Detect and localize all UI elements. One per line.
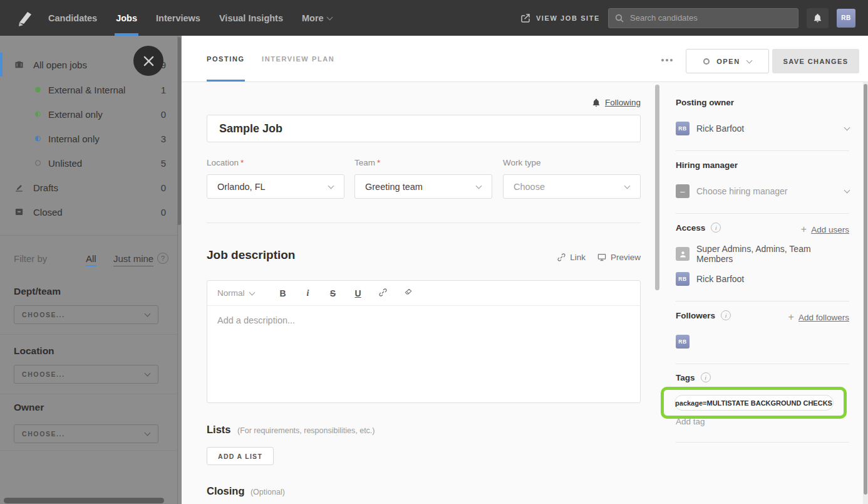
add-a-list-button[interactable]: ADD A LIST xyxy=(207,447,274,465)
nav-right-cluster: VIEW JOB SITE RB xyxy=(520,0,855,36)
close-sidebar-button[interactable] xyxy=(133,46,163,76)
nav-item-jobs[interactable]: Jobs xyxy=(106,0,147,36)
app-window: Candidates Jobs Interviews Visual Insigh… xyxy=(0,0,868,504)
dept-team-label: Dept/team xyxy=(14,286,61,297)
filter-just-mine-toggle[interactable]: Just mine xyxy=(113,253,153,266)
avatar[interactable]: RB xyxy=(676,335,690,349)
paragraph-style-select[interactable]: Normal xyxy=(217,288,254,298)
follower-avatar-row: RB xyxy=(676,334,849,349)
description-textarea[interactable]: Add a description... xyxy=(207,306,640,402)
closing-heading: Closing (Optional) xyxy=(207,485,285,497)
required-asterisk: * xyxy=(240,158,244,167)
required-asterisk: * xyxy=(377,158,380,167)
help-icon[interactable]: ? xyxy=(157,253,168,264)
search-box xyxy=(608,8,798,28)
strikethrough-button[interactable]: S xyxy=(321,288,346,298)
chevron-down-icon xyxy=(844,187,850,194)
tab-posting[interactable]: POSTING xyxy=(207,36,245,81)
italic-button[interactable]: i xyxy=(296,288,321,298)
sidebar-item-unlisted[interactable]: Unlisted 5 xyxy=(0,151,177,175)
info-icon[interactable]: i xyxy=(701,372,711,382)
sidebar-item-drafts[interactable]: Drafts 0 xyxy=(0,176,177,199)
tab-interview-plan[interactable]: INTERVIEW PLAN xyxy=(262,36,334,81)
sidebar-horizontal-scrollbar[interactable] xyxy=(4,498,164,503)
insert-link-button[interactable] xyxy=(371,288,396,299)
posting-owner-select[interactable]: RB Rick Barfoot xyxy=(676,121,849,136)
status-dropdown-button[interactable]: OPEN xyxy=(686,49,769,73)
posting-form: Following Location* Team* Work type Orla… xyxy=(182,82,653,504)
editor-toolbar: Normal B i S U xyxy=(207,281,640,306)
main-scrollbar-track xyxy=(653,82,662,504)
nav-item-candidates[interactable]: Candidates xyxy=(39,0,106,36)
team-select[interactable]: Greeting team xyxy=(354,174,492,199)
clear-formatting-button[interactable] xyxy=(396,288,421,298)
info-icon[interactable]: i xyxy=(721,310,731,320)
search-input[interactable] xyxy=(608,8,798,28)
nav-item-visual-insights[interactable]: Visual Insights xyxy=(210,0,292,36)
filter-all-toggle[interactable]: All xyxy=(86,253,96,266)
divider xyxy=(676,301,849,302)
following-toggle[interactable]: Following xyxy=(592,98,641,107)
person-icon xyxy=(679,250,687,258)
monitor-icon xyxy=(597,253,607,262)
chain-link-icon xyxy=(557,253,566,262)
filter-by-row: Filter by All Just mine ? xyxy=(0,251,177,268)
nav-item-interviews[interactable]: Interviews xyxy=(147,0,210,36)
lever-logo-icon[interactable] xyxy=(14,8,34,28)
sidebar-item-external-internal[interactable]: External & Internal 1 xyxy=(0,78,177,102)
notifications-button[interactable] xyxy=(807,8,829,28)
more-options-icon[interactable] xyxy=(661,57,678,63)
status-ring-icon xyxy=(703,58,710,65)
dept-team-select[interactable]: CHOOSE... xyxy=(14,305,158,324)
sidebar-item-internal-only[interactable]: Internal only 3 xyxy=(0,127,177,150)
view-job-site-button[interactable]: VIEW JOB SITE xyxy=(520,13,600,23)
tag-pill[interactable]: package=MULTISTATE BACKGROUND CHECKS xyxy=(674,395,834,411)
location-filter-select[interactable]: CHOOSE... xyxy=(14,365,158,384)
link-button[interactable]: Link xyxy=(557,253,586,262)
eraser-icon xyxy=(403,288,413,297)
divider xyxy=(676,442,849,443)
underline-button[interactable]: U xyxy=(346,288,371,298)
status-dot-external-internal-icon xyxy=(35,87,41,93)
location-select[interactable]: Orlando, FL xyxy=(207,174,344,199)
add-followers-link[interactable]: + Add followers xyxy=(788,312,849,323)
external-link-icon xyxy=(520,13,530,23)
hiring-manager-select[interactable]: – Choose hiring manager xyxy=(676,184,849,199)
sidebar-item-external-only[interactable]: External only 0 xyxy=(0,102,177,126)
job-title-input[interactable] xyxy=(207,115,641,142)
owner-filter-select[interactable]: CHOOSE... xyxy=(14,424,158,443)
nav-item-more[interactable]: More xyxy=(292,0,341,36)
chevron-down-icon xyxy=(145,311,151,317)
work-type-select[interactable]: Choose xyxy=(503,174,641,199)
work-type-label: Work type xyxy=(503,158,543,167)
group-avatar xyxy=(676,247,690,261)
owner-filter-label: Owner xyxy=(14,402,44,413)
search-icon xyxy=(614,13,624,23)
chevron-down-icon xyxy=(746,57,752,63)
divider xyxy=(676,213,849,214)
bell-icon xyxy=(813,13,822,23)
empty-avatar: – xyxy=(676,184,690,198)
divider xyxy=(676,364,849,364)
bold-button[interactable]: B xyxy=(271,288,296,298)
save-changes-button[interactable]: SAVE CHANGES xyxy=(772,49,859,73)
user-avatar[interactable]: RB xyxy=(837,9,855,28)
posting-owner-heading: Posting owner xyxy=(676,98,734,107)
preview-button[interactable]: Preview xyxy=(597,253,641,262)
filter-by-label: Filter by xyxy=(14,253,47,264)
add-users-link[interactable]: + Add users xyxy=(801,224,849,235)
sidebar-item-closed[interactable]: Closed 0 xyxy=(0,200,177,224)
sidebar-vertical-scrollbar[interactable] xyxy=(177,37,181,225)
description-editor: Normal B i S U A xyxy=(207,280,641,403)
info-icon[interactable]: i xyxy=(711,223,721,233)
chevron-down-icon xyxy=(476,182,482,189)
hiring-manager-heading: Hiring manager xyxy=(676,160,738,170)
chevron-down-icon xyxy=(326,14,333,20)
page-scrollbar-thumb[interactable] xyxy=(864,84,867,495)
status-dot-internal-only-icon xyxy=(35,136,41,142)
main-scrollbar-thumb[interactable] xyxy=(655,85,659,290)
posting-settings-sidebar: Posting owner RB Rick Barfoot Hiring man… xyxy=(662,82,863,504)
location-label: Location* xyxy=(207,158,244,167)
job-description-heading: Job description xyxy=(207,248,295,262)
team-label: Team* xyxy=(354,158,380,167)
